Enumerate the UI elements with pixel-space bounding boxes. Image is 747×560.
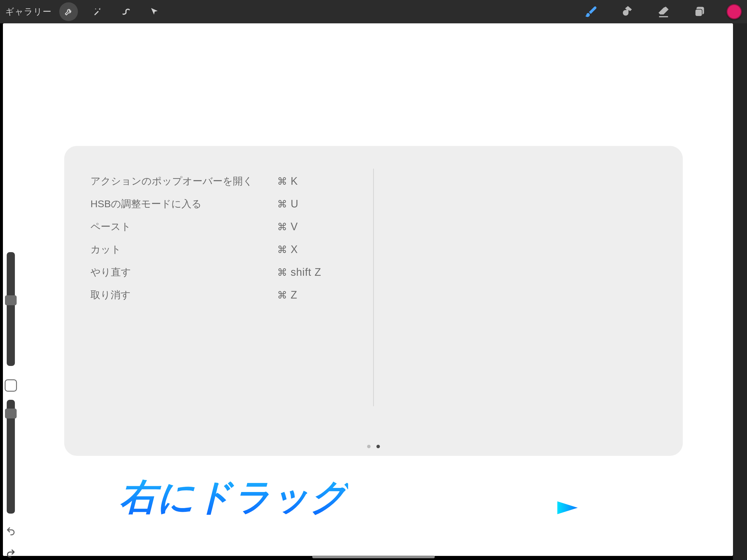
home-indicator[interactable] <box>312 556 435 558</box>
shortcut-modifier: ⌘ <box>277 244 291 255</box>
undo-icon <box>6 526 16 536</box>
brush-opacity-slider[interactable] <box>7 400 15 514</box>
annotation-text: 右にドラッグ <box>120 473 348 522</box>
shortcut-key: K <box>291 175 298 187</box>
shortcut-row: ペースト ⌘ V <box>91 215 370 238</box>
shortcut-label: ペースト <box>91 220 277 233</box>
shortcut-label: アクションのポップオーバーを開く <box>91 175 277 188</box>
shortcut-row: 取り消す ⌘ Z <box>91 284 370 306</box>
shortcut-modifier: ⌘ <box>277 266 291 278</box>
smudge-tool[interactable] <box>618 2 637 21</box>
modify-button[interactable] <box>5 379 17 391</box>
color-picker[interactable] <box>727 4 742 19</box>
svg-rect-2 <box>695 10 702 16</box>
page-dot[interactable] <box>367 445 370 448</box>
annotation-arrow-icon <box>374 496 578 519</box>
canvas[interactable]: アクションのポップオーバーを開く ⌘ K HSBの調整モードに入る ⌘ U ペー… <box>3 23 733 556</box>
actions-button[interactable] <box>59 2 78 21</box>
brush-tool[interactable] <box>582 2 600 21</box>
slider-thumb[interactable] <box>5 295 17 305</box>
shortcut-row: アクションのポップオーバーを開く ⌘ K <box>91 170 370 193</box>
left-side-panel <box>2 252 20 559</box>
shortcut-key: Z <box>291 289 297 301</box>
shortcut-modifier: ⌘ <box>277 198 291 210</box>
s-curve-icon <box>121 7 130 16</box>
shortcut-label: カット <box>91 243 277 256</box>
selection-button[interactable] <box>117 2 135 21</box>
shortcut-key: shift Z <box>291 266 321 278</box>
shortcut-label: 取り消す <box>91 288 277 302</box>
svg-marker-4 <box>557 501 578 514</box>
wrench-icon <box>64 7 73 16</box>
shortcut-modifier: ⌘ <box>277 221 291 233</box>
shortcut-list: アクションのポップオーバーを開く ⌘ K HSBの調整モードに入る ⌘ U ペー… <box>91 170 370 306</box>
shortcut-modifier: ⌘ <box>277 289 291 301</box>
slider-thumb[interactable] <box>5 409 17 418</box>
page-dot-active[interactable] <box>377 445 380 448</box>
brush-size-slider[interactable] <box>7 252 15 366</box>
smudge-icon <box>621 5 634 18</box>
shortcut-row: カット ⌘ X <box>91 238 370 261</box>
transform-button[interactable] <box>145 2 164 21</box>
page-indicator[interactable] <box>367 445 380 448</box>
redo-icon <box>6 548 16 558</box>
shortcut-row: やり直す ⌘ shift Z <box>91 261 370 284</box>
top-toolbar: ギャラリー <box>0 0 747 23</box>
adjustments-button[interactable] <box>88 2 106 21</box>
magic-wand-icon <box>93 7 102 16</box>
eraser-icon <box>657 5 670 18</box>
shortcut-label: HSBの調整モードに入る <box>91 197 277 211</box>
shortcut-key: X <box>291 244 298 256</box>
shortcut-key: V <box>291 221 298 233</box>
shortcuts-panel[interactable]: アクションのポップオーバーを開く ⌘ K HSBの調整モードに入る ⌘ U ペー… <box>64 146 683 456</box>
undo-button[interactable] <box>5 526 16 536</box>
shortcut-key: U <box>291 198 299 210</box>
cursor-arrow-icon <box>150 7 159 16</box>
shortcut-row: HSBの調整モードに入る ⌘ U <box>91 193 370 215</box>
redo-button[interactable] <box>5 548 16 559</box>
panel-divider <box>373 169 374 406</box>
layers-button[interactable] <box>690 2 709 21</box>
brush-icon <box>585 5 598 18</box>
layers-icon <box>693 5 706 18</box>
right-side-strip <box>733 23 747 560</box>
shortcut-label: やり直す <box>91 265 277 279</box>
eraser-tool[interactable] <box>654 2 673 21</box>
shortcut-modifier: ⌘ <box>277 175 291 187</box>
gallery-button[interactable]: ギャラリー <box>5 6 52 18</box>
